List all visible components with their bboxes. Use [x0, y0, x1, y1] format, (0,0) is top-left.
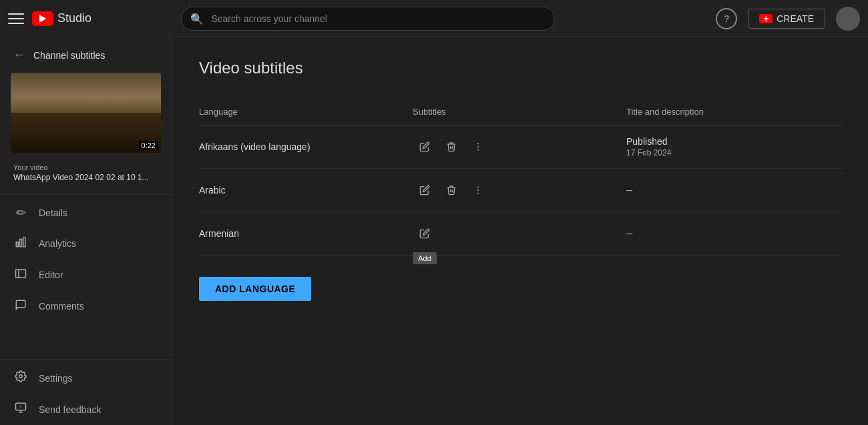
add-language-button[interactable]: ADD LANGUAGE: [199, 277, 311, 301]
sidebar-item-label: Details: [39, 207, 67, 218]
page-title: Video subtitles: [199, 59, 841, 77]
back-to-channel-subtitles[interactable]: ← Channel subtitles: [0, 37, 172, 73]
table-row: Arabic: [199, 169, 841, 212]
video-info: Your video WhatsApp Video 2024 02 02 at …: [0, 158, 172, 191]
dash-value: –: [626, 184, 632, 195]
svg-point-5: [19, 375, 23, 378]
language-cell: Armenian: [199, 212, 413, 256]
studio-wordmark: Studio: [57, 11, 91, 25]
video-duration: 0:22: [139, 141, 158, 150]
subtitle-actions: [413, 178, 616, 202]
logo-area: Studio: [32, 11, 91, 26]
search-input[interactable]: [181, 7, 555, 31]
back-arrow-icon: ←: [13, 48, 25, 62]
add-tooltip: Add: [413, 252, 437, 264]
svg-rect-2: [23, 238, 25, 247]
sidebar-item-label: Comments: [39, 301, 84, 312]
sidebar-divider: [0, 194, 172, 195]
sidebar-back-label: Channel subtitles: [33, 50, 105, 61]
pencil-icon: ✏: [13, 205, 28, 220]
analytics-icon: [13, 236, 28, 252]
sidebar-bottom: Settings Send feedback: [0, 356, 172, 425]
video-label: Your video: [13, 163, 158, 171]
svg-point-14: [477, 186, 479, 187]
youtube-logo-icon: [32, 11, 53, 26]
table-row: Armenian Add: [199, 212, 841, 256]
language-cell: Arabic: [199, 169, 413, 212]
sidebar-item-feedback[interactable]: Send feedback: [0, 394, 172, 425]
subtitle-actions: Add: [413, 222, 616, 246]
svg-rect-1: [20, 239, 22, 246]
video-thumbnail[interactable]: 0:22: [11, 73, 161, 153]
column-header-subtitles: Subtitles: [413, 99, 626, 125]
editor-icon: [13, 268, 28, 283]
top-nav: Studio 🔍 ? CREATE: [0, 0, 868, 37]
svg-point-13: [477, 149, 479, 151]
more-options-button[interactable]: [466, 178, 490, 202]
add-subtitle-button[interactable]: Add: [413, 222, 437, 246]
body-layout: ← Channel subtitles 0:22 Your video What…: [0, 37, 868, 425]
settings-icon: [13, 370, 28, 386]
svg-rect-0: [16, 242, 18, 247]
title-status: Published 17 Feb 2024: [626, 136, 831, 157]
sidebar-item-editor[interactable]: Editor: [0, 260, 172, 291]
subtitles-actions-cell: Add: [413, 212, 626, 256]
subtitles-actions-cell: [413, 169, 626, 212]
more-options-button[interactable]: [466, 135, 490, 159]
sidebar-item-label: Settings: [39, 373, 73, 384]
title-desc-cell: –: [626, 212, 841, 256]
sidebar-divider-bottom: [0, 359, 172, 360]
main-content: Video subtitles Language Subtitles Title…: [172, 37, 868, 425]
video-title: WhatsApp Video 2024 02 02 at 10 1...: [13, 173, 158, 183]
sidebar-item-analytics[interactable]: Analytics: [0, 228, 172, 260]
sidebar-item-label: Send feedback: [39, 404, 101, 415]
sidebar-item-comments[interactable]: Comments: [0, 291, 172, 322]
comments-icon: [13, 299, 28, 314]
nav-right: ? CREATE: [716, 7, 860, 31]
svg-rect-3: [16, 270, 26, 278]
sidebar: ← Channel subtitles 0:22 Your video What…: [0, 37, 172, 425]
column-header-title-desc: Title and description: [626, 99, 841, 125]
column-header-language: Language: [199, 99, 413, 125]
subtitle-actions: [413, 135, 616, 159]
search-bar-container: 🔍: [181, 7, 555, 31]
sidebar-item-details[interactable]: ✏ Details: [0, 197, 172, 228]
sidebar-item-label: Analytics: [39, 238, 76, 249]
svg-point-15: [477, 189, 479, 191]
avatar[interactable]: [836, 7, 860, 31]
edit-subtitle-button[interactable]: [413, 178, 437, 202]
subtitles-table: Language Subtitles Title and description…: [199, 99, 841, 256]
svg-point-16: [477, 193, 479, 194]
svg-point-12: [477, 146, 479, 147]
hamburger-menu[interactable]: [8, 11, 24, 27]
create-button[interactable]: CREATE: [748, 9, 825, 29]
sidebar-item-label: Editor: [39, 270, 63, 280]
dash-value: –: [626, 228, 632, 239]
sidebar-item-settings[interactable]: Settings: [0, 362, 172, 394]
subtitles-actions-cell: [413, 125, 626, 169]
create-label: CREATE: [777, 13, 814, 24]
title-desc-cell: Published 17 Feb 2024: [626, 125, 841, 169]
delete-subtitle-button[interactable]: [439, 178, 463, 202]
delete-subtitle-button[interactable]: [439, 135, 463, 159]
table-row: Afrikaans (video language): [199, 125, 841, 169]
published-status: Published: [626, 136, 831, 147]
create-video-icon: [759, 14, 773, 23]
title-desc-cell: –: [626, 169, 841, 212]
search-icon: 🔍: [190, 12, 204, 25]
svg-point-11: [477, 143, 479, 144]
table-header-row: Language Subtitles Title and description: [199, 99, 841, 125]
feedback-icon: [13, 402, 28, 417]
edit-subtitle-button[interactable]: [413, 135, 437, 159]
help-button[interactable]: ?: [716, 8, 737, 29]
language-cell: Afrikaans (video language): [199, 125, 413, 169]
published-date: 17 Feb 2024: [626, 148, 831, 157]
